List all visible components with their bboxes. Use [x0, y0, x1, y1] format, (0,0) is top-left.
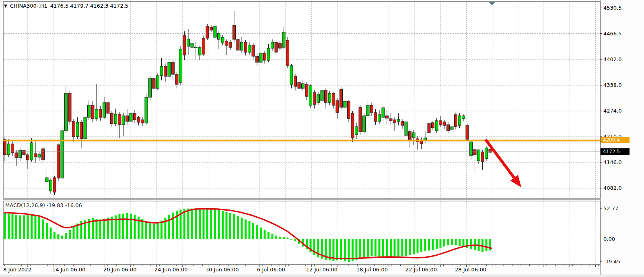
macd-hist-bar [157, 223, 159, 239]
candle-bull [378, 115, 381, 121]
macd-hist-bar [256, 225, 258, 239]
candle-bear [244, 42, 247, 52]
candle-bear [34, 154, 37, 157]
chart-title: ▼ CHINA300-,H1 4176.5 4179.7 4162.3 4172… [4, 3, 128, 9]
price-axis-label: 4146.0 [603, 159, 622, 165]
candle-bull [95, 109, 98, 119]
macd-hist-bar [409, 239, 411, 255]
macd-hist-bar [96, 219, 98, 239]
macd-hist-bar [99, 220, 101, 239]
candle-bear [229, 42, 232, 47]
macd-hist-bar [459, 239, 461, 246]
macd-axis-label: -39.45 [603, 259, 620, 265]
bottom-scrollbar-strip[interactable] [0, 275, 644, 277]
macd-hist-bar [4, 213, 6, 239]
macd-hist-bar [340, 239, 342, 260]
candle-bear [409, 131, 412, 141]
candle-bull [344, 101, 346, 107]
candle-bear [175, 74, 178, 84]
macd-hist-bar [42, 220, 44, 239]
macd-hist-bar [199, 209, 201, 239]
price-axis-label: 4466.5 [603, 31, 622, 37]
macd-hist-bar [126, 213, 128, 239]
macd-hist-bar [336, 239, 338, 261]
macd-hist-bar [363, 239, 365, 258]
candle-bull [103, 103, 106, 117]
time-axis-label: 18 Jul 06:00 [356, 267, 388, 273]
candle-bear [298, 82, 300, 88]
macd-hist-bar [73, 226, 75, 239]
macd-hist-bar [382, 239, 384, 258]
candle-bull [435, 121, 438, 131]
macd-hist-bar [470, 239, 472, 249]
macd-hist-bar [486, 239, 488, 251]
candle-bull [65, 93, 68, 131]
macd-hist-bar [145, 221, 147, 239]
candle-bull [363, 116, 366, 132]
candle-bear [294, 76, 297, 86]
candle-bear [111, 113, 113, 124]
macd-hist-bar [107, 218, 109, 239]
candle-bear [447, 125, 450, 131]
macd-hist-bar [103, 219, 105, 239]
macd-hist-bar [8, 214, 10, 239]
macd-hist-bar [424, 239, 426, 251]
macd-hist-bar [272, 234, 274, 239]
candle-bear [275, 42, 278, 52]
candle-bull [191, 43, 193, 47]
candle-bull [114, 114, 117, 124]
candle-bull [309, 86, 312, 105]
chart-title-symbol: CHINA300-,H1 [10, 3, 47, 9]
candle-bear [286, 40, 289, 66]
time-axis-label: 6 Jul 06:00 [257, 267, 285, 273]
candle-bull [355, 127, 358, 135]
macd-hist-bar [241, 218, 243, 239]
macd-hist-bar [214, 209, 216, 239]
macd-hist-bar [474, 239, 476, 250]
candle-bear [57, 145, 60, 178]
candle-bear [91, 105, 94, 119]
candle-bull [451, 127, 453, 129]
candle-bull [259, 53, 262, 62]
macd-hist-bar [61, 236, 63, 239]
macd-hist-bar [218, 210, 220, 239]
time-axis-label: 30 Jun 06:00 [206, 267, 239, 273]
symbol-dropdown-icon[interactable]: ▼ [4, 4, 7, 8]
macd-hist-bar [432, 239, 434, 250]
candle-bear [332, 93, 335, 105]
price-axis-label: 4530.5 [603, 5, 622, 11]
chart-canvas[interactable] [0, 0, 644, 277]
macd-hist-bar [172, 213, 174, 239]
candle-bear [351, 113, 354, 138]
candle-bull [462, 116, 465, 119]
macd-hist-bar [290, 239, 292, 240]
macd-hist-bar [447, 239, 449, 246]
candle-bull [218, 33, 220, 39]
bid-price-badge: 4172.5 [601, 148, 630, 155]
price-panel[interactable] [3, 2, 600, 198]
macd-hist-bar [260, 228, 262, 239]
macd-indicator-label: MACD(12,26,9) -19.83 -16.06 [5, 202, 82, 208]
candle-bear [15, 153, 18, 158]
macd-hist-bar [379, 239, 381, 257]
candle-bull [458, 116, 461, 125]
candle-bear [183, 35, 186, 55]
candle-bull [160, 66, 163, 76]
macd-hist-bar [367, 239, 369, 257]
candle-bull [214, 26, 216, 37]
macd-hist-bar [31, 214, 33, 239]
time-axis-label: 8 Jun 2022 [3, 267, 31, 273]
macd-hist-bar [134, 215, 136, 239]
candle-bear [401, 121, 404, 125]
candle-bull [470, 142, 473, 156]
candle-bull [179, 49, 182, 82]
candle-bear [172, 62, 175, 74]
candle-bear [305, 84, 308, 96]
price-axis-label: 4082.0 [603, 185, 622, 191]
macd-hist-bar [130, 214, 132, 239]
candle-bear [263, 53, 266, 60]
macd-axis-label: 52.77 [603, 205, 618, 211]
candle-bull [84, 117, 86, 139]
macd-hist-bar [417, 239, 419, 253]
macd-hist-bar [245, 220, 247, 239]
